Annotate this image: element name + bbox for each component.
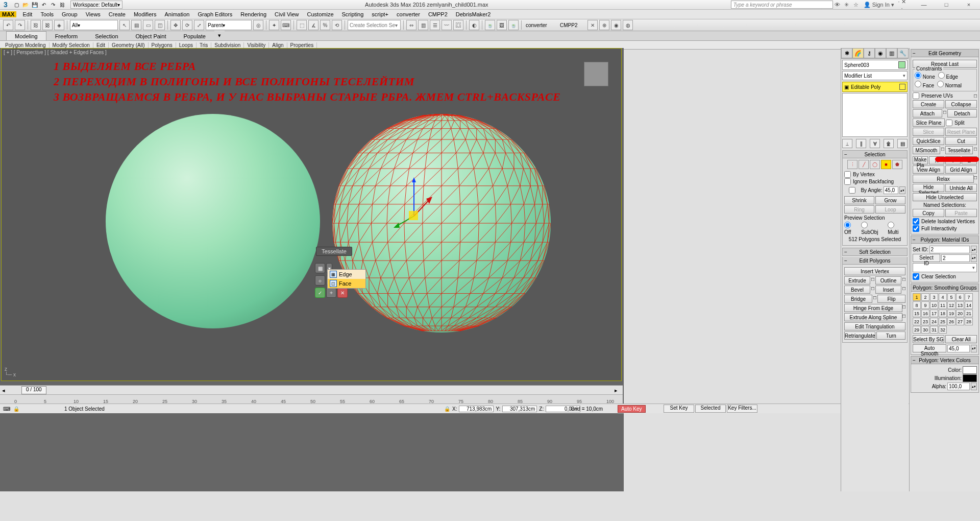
sg-5[interactable]: 5 [947,293,955,301]
sg-18[interactable]: 18 [939,310,947,317]
sg-22[interactable]: 22 [913,318,921,325]
tb-undo-icon[interactable]: ↶ [3,20,13,30]
tb-pivot-icon[interactable]: ◎ [253,20,263,30]
sg-16[interactable]: 16 [921,310,929,317]
menu-rendering[interactable]: Rendering [236,11,271,17]
tb-x2-icon[interactable]: ⊕ [599,20,609,30]
menu-animation[interactable]: Animation [161,11,194,17]
sg-28[interactable]: 28 [965,318,973,325]
rollout-softsel-header[interactable]: Soft Selection [842,248,908,256]
sg-8[interactable]: 8 [913,301,921,309]
menu-civilview[interactable]: Civil View [271,11,303,17]
qat-link-icon[interactable]: ⛓ [58,1,66,9]
tessellate-settings-icon[interactable]: □ [974,146,977,154]
chk-full-interactivity[interactable]: Full Interactivity [913,225,977,232]
chk-by-angle[interactable] [846,187,858,194]
stack-remove-icon[interactable]: 🗑 [884,139,894,148]
chk-split[interactable]: Split [946,119,977,126]
bevel-settings-icon[interactable]: □ [871,286,874,294]
keyfilters-button[interactable]: Key Filters... [727,405,757,413]
sg-7[interactable]: 7 [965,293,973,301]
cmd-tab-create-icon[interactable]: ✱ [841,48,852,58]
caddy-cancel-icon[interactable]: ✕ [337,288,348,298]
caddy-type-icon[interactable]: ▦ [315,263,325,273]
btn-detach[interactable]: Detach [947,109,977,117]
chk-by-vertex[interactable]: By Vertex [844,171,905,178]
tb-cmpp2[interactable]: CMPP2 [558,20,586,30]
tb-rendersetup-icon[interactable]: 🍵 [485,20,495,30]
status-script-icon[interactable]: ⌨ [3,406,10,412]
btn-copy-namedsel[interactable]: Copy [913,209,944,217]
tb-unlink-icon[interactable]: ⛓̸ [42,20,53,30]
ribsub-polymodeling[interactable]: Polygon Modeling [2,42,50,48]
spinner-icon[interactable]: ▴▾ [971,383,977,390]
sg-24[interactable]: 24 [930,318,938,325]
menu-converter[interactable]: converter [393,11,424,17]
caddy-apply-icon[interactable]: ＋ [326,288,336,298]
ribbon-tab-selection[interactable]: Selection [86,31,127,40]
rollout-matids-header[interactable]: Polygon: Material IDs [911,235,979,244]
ribbon-tab-populate[interactable]: Populate [175,31,214,40]
tb-x4-icon[interactable]: ◍ [623,20,633,30]
window-maximize-button[interactable]: □ [935,0,958,9]
sign-in-button[interactable]: 👤 Sign In ▾ [861,2,897,8]
btn-edit-tri[interactable]: Edit Triangulation [844,322,905,330]
chk-preserve-uvs[interactable]: Preserve UVs□ [913,92,977,99]
ribsub-properties[interactable]: Properties [287,42,317,48]
menu-cmpp2[interactable]: CMPP2 [424,11,452,17]
ref-coord-combo[interactable]: Parent ▾ [206,20,252,30]
attach-settings-icon[interactable]: □ [943,109,946,117]
tb-selectname-icon[interactable]: ▤ [131,20,141,30]
btn-unhide-all[interactable]: Unhide All [945,184,977,192]
ribsub-modifysel[interactable]: Modify Selection [50,42,93,48]
help-search-input[interactable]: Type a keyword or phrase [731,1,833,9]
sphere-left[interactable] [106,114,320,328]
tb-layer-icon[interactable]: ☰ [430,20,440,30]
sg-23[interactable]: 23 [921,318,929,325]
btn-msmooth[interactable]: MSmooth [913,146,940,154]
transform-gizmo[interactable] [394,175,455,236]
sg-12[interactable]: 12 [947,301,955,309]
menu-tools[interactable]: Tools [36,11,58,17]
tb-rotate-icon[interactable]: ⟳ [182,20,192,30]
stack-makeunique-icon[interactable]: ∀ [870,139,880,148]
smoothing-groups-grid[interactable]: 1234567891011121314151617181920212223242… [913,293,977,334]
btn-extrude-spline[interactable]: Extrude Along Spline [844,313,902,321]
infocenter-icon[interactable]: 👁 [833,2,842,8]
subobj-edge-icon[interactable]: ╱ [859,160,869,169]
btn-attach[interactable]: Attach [913,109,942,117]
tb-x3-icon[interactable]: ◉ [611,20,621,30]
autokey-button[interactable]: Auto Key [618,405,646,413]
subobj-border-icon[interactable]: ◯ [870,160,880,169]
btn-shrink[interactable]: Shrink [844,196,874,204]
by-angle-spinner[interactable] [884,186,898,194]
viewcube[interactable] [580,58,612,89]
tb-pctsnap-icon[interactable]: % [320,20,330,30]
ribsub-tris[interactable]: Tris [197,42,211,48]
timeslider-next-icon[interactable]: ▸ [612,387,620,394]
tb-material-icon[interactable]: ◐ [469,20,479,30]
btn-grow[interactable]: Grow [875,196,905,204]
timeslider-prev-icon[interactable]: ◂ [0,387,7,394]
ribbon-tab-objectpaint[interactable]: Object Paint [127,31,175,40]
ribsub-geometry[interactable]: Geometry (All) [109,42,148,48]
flyout-face[interactable]: ◫Face [328,279,365,288]
tb-spinnersnap-icon[interactable]: ⟲ [332,20,342,30]
sg-11[interactable]: 11 [939,301,947,309]
btn-hinge[interactable]: Hinge From Edge [844,304,902,312]
btn-turn[interactable]: Turn [876,331,905,340]
tb-rectselect-icon[interactable]: ▭ [143,20,153,30]
select-id-spinner[interactable] [941,254,970,262]
sg-31[interactable]: 31 [930,326,938,334]
bridge-settings-icon[interactable]: □ [873,295,876,303]
tb-keymode-icon[interactable]: ⌨ [281,20,291,30]
subobj-element-icon[interactable]: ⬟ [892,160,902,169]
rollout-editpoly-header[interactable]: Edit Polygons [842,257,908,265]
menu-edit[interactable]: Edit [18,11,36,17]
tb-anglesnap-icon[interactable]: ∡ [308,20,318,30]
modifier-list-combo[interactable]: Modifier List [842,71,908,80]
stack-pin-icon[interactable]: ⟂ [842,139,852,148]
menu-views[interactable]: Views [82,11,105,17]
inset-settings-icon[interactable]: □ [902,286,905,294]
btn-flip[interactable]: Flip [877,295,905,303]
